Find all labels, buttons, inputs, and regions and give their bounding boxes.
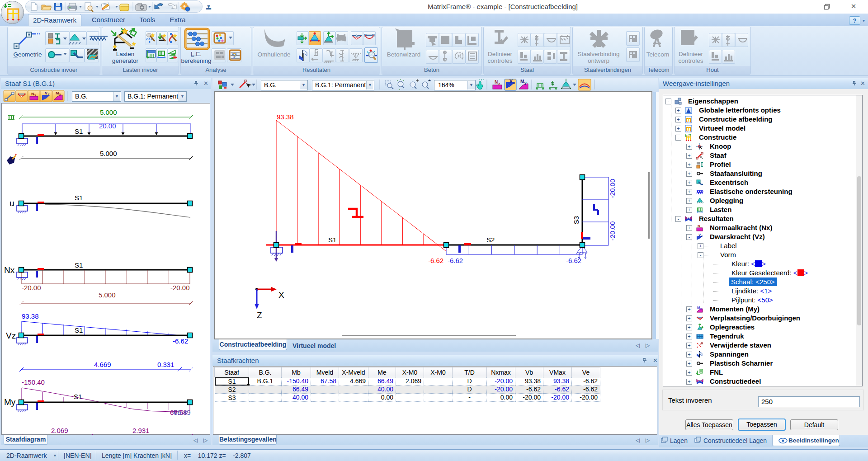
svg-text:S1: S1	[75, 127, 83, 135]
svg-text:Nx: Nx	[4, 265, 15, 275]
svg-text:-6.62: -6.62	[173, 337, 188, 345]
svg-text:?: ?	[232, 52, 237, 61]
svg-text:Z: Z	[257, 310, 262, 320]
svg-text:z: z	[513, 80, 515, 85]
svg-text:2.069: 2.069	[51, 427, 68, 434]
svg-text:S1: S1	[75, 326, 83, 334]
svg-text:5.000: 5.000	[100, 150, 117, 157]
svg-text:S3: S3	[572, 216, 580, 224]
svg-text:u: u	[9, 198, 14, 208]
svg-text:N: N	[31, 92, 34, 96]
svg-text:-150.40: -150.40	[22, 378, 45, 386]
svg-text:S1: S1	[75, 194, 83, 202]
svg-text:y: y	[524, 81, 527, 85]
svg-text:N: N	[495, 80, 498, 85]
svg-text:S2: S2	[486, 236, 495, 244]
svg-text:-6.62: -6.62	[448, 257, 463, 264]
svg-text:5.000: 5.000	[100, 108, 117, 116]
svg-text:-6.62: -6.62	[566, 257, 581, 264]
svg-text:-20.00: -20.00	[22, 284, 41, 292]
svg-text:x: x	[34, 94, 36, 97]
svg-text:-20.00: -20.00	[609, 179, 616, 198]
svg-text:My: My	[4, 397, 16, 407]
svg-text:93.38: 93.38	[22, 312, 39, 320]
svg-text:5.000: 5.000	[99, 291, 116, 299]
svg-text:Vz: Vz	[6, 331, 16, 340]
svg-text:M: M	[520, 79, 524, 84]
svg-text:2.931: 2.931	[132, 427, 150, 434]
svg-text:S1: S1	[74, 393, 82, 400]
svg-text:M: M	[697, 306, 700, 310]
svg-text:0.331: 0.331	[157, 361, 175, 368]
svg-text:-20.00: -20.00	[170, 284, 190, 292]
svg-text:M: M	[56, 91, 59, 95]
svg-text:y: y	[59, 93, 61, 96]
svg-text:-6.62: -6.62	[428, 257, 443, 264]
svg-text:X: X	[278, 290, 284, 300]
svg-text:4.669: 4.669	[94, 361, 111, 368]
svg-text:S1: S1	[75, 261, 83, 269]
svg-text:x: x	[498, 81, 500, 85]
svg-text:z: z	[48, 93, 50, 96]
svg-text:V: V	[45, 91, 47, 95]
svg-text:S1: S1	[328, 236, 336, 244]
svg-text:66.49: 66.49	[174, 409, 191, 416]
svg-text:93.38: 93.38	[277, 113, 294, 121]
svg-text:V: V	[509, 79, 513, 84]
svg-text:20.00: 20.00	[99, 122, 116, 130]
svg-text:-20.00: -20.00	[609, 221, 616, 241]
svg-text:z: z	[701, 235, 703, 237]
